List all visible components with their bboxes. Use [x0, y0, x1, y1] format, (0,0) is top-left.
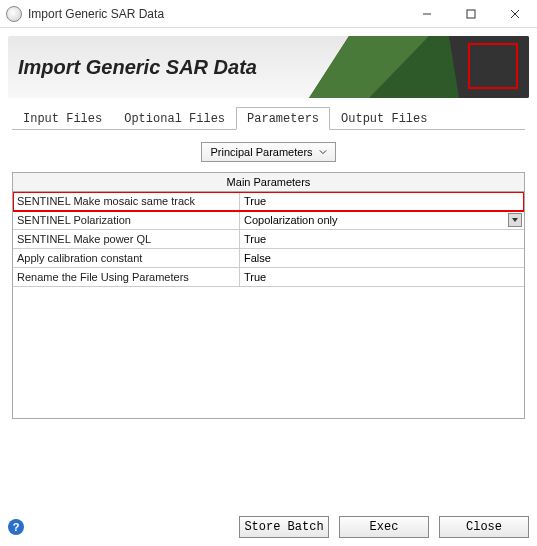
window-title: Import Generic SAR Data	[28, 7, 405, 21]
table-row: Apply calibration constantFalse	[13, 249, 524, 268]
maximize-button[interactable]	[449, 0, 493, 28]
table-row: Rename the File Using ParametersTrue	[13, 268, 524, 287]
window-controls	[405, 0, 537, 28]
tab-bar: Input FilesOptional FilesParametersOutpu…	[12, 106, 525, 130]
table-row: SENTINEL Make power QLTrue	[13, 230, 524, 249]
dropdown-arrow-icon[interactable]	[508, 213, 522, 227]
param-label: SENTINEL Polarization	[13, 211, 240, 229]
table-body: SENTINEL Make mosaic same trackTrueSENTI…	[13, 192, 524, 418]
principal-parameters-dropdown[interactable]: Principal Parameters	[201, 142, 335, 162]
table-row: SENTINEL PolarizationCopolarization only	[13, 211, 524, 230]
param-label: SENTINEL Make mosaic same track	[13, 192, 240, 210]
dropdown-row: Principal Parameters	[12, 142, 525, 162]
table-row: SENTINEL Make mosaic same trackTrue	[13, 192, 524, 211]
exec-button[interactable]: Exec	[339, 516, 429, 538]
param-label: Apply calibration constant	[13, 249, 240, 267]
footer: ? Store Batch Exec Close	[8, 516, 529, 538]
tab-optional-files[interactable]: Optional Files	[113, 107, 236, 130]
header-image	[309, 36, 529, 98]
param-value[interactable]: Copolarization only	[240, 211, 524, 229]
header-banner: Import Generic SAR Data	[8, 36, 529, 98]
store-batch-button[interactable]: Store Batch	[239, 516, 329, 538]
help-icon[interactable]: ?	[8, 519, 24, 535]
tab-input-files[interactable]: Input Files	[12, 107, 113, 130]
close-dialog-button[interactable]: Close	[439, 516, 529, 538]
close-button[interactable]	[493, 0, 537, 28]
param-label: SENTINEL Make power QL	[13, 230, 240, 248]
param-label: Rename the File Using Parameters	[13, 268, 240, 286]
param-value[interactable]: True	[240, 192, 524, 210]
tab-output-files[interactable]: Output Files	[330, 107, 438, 130]
tab-parameters[interactable]: Parameters	[236, 107, 330, 130]
content-area: Input FilesOptional FilesParametersOutpu…	[0, 98, 537, 427]
titlebar: Import Generic SAR Data	[0, 0, 537, 28]
param-value[interactable]: True	[240, 268, 524, 286]
param-value[interactable]: True	[240, 230, 524, 248]
table-header: Main Parameters	[13, 173, 524, 192]
minimize-button[interactable]	[405, 0, 449, 28]
svg-rect-1	[467, 10, 475, 18]
app-icon	[6, 6, 22, 22]
dropdown-label: Principal Parameters	[210, 146, 312, 158]
param-value[interactable]: False	[240, 249, 524, 267]
header-title: Import Generic SAR Data	[8, 56, 257, 79]
parameters-table: Main Parameters SENTINEL Make mosaic sam…	[12, 172, 525, 419]
chevron-down-icon	[319, 148, 327, 156]
footer-buttons: Store Batch Exec Close	[239, 516, 529, 538]
